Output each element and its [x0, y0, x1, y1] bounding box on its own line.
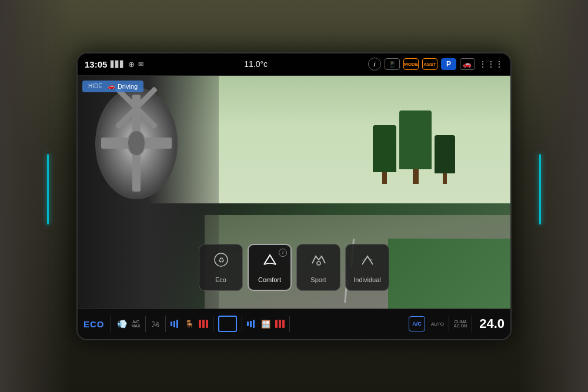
airflow-icon[interactable]: 🌬 [151, 320, 161, 329]
defrost-button[interactable] [218, 316, 237, 332]
eco-display-label: ECO [83, 319, 105, 329]
divider-5 [242, 316, 242, 332]
individual-mode-button[interactable]: Individual [345, 244, 389, 291]
divider-3 [165, 316, 166, 332]
comfort-label: Comfort [258, 276, 281, 283]
grid-icon[interactable]: ⋮⋮⋮ [479, 59, 503, 69]
sport-label: Sport [310, 276, 326, 283]
hide-label: HIDE [88, 83, 102, 89]
wheel [95, 88, 178, 199]
main-content: HIDE 🚗 Driving ♻ Eco i [78, 76, 510, 309]
ac-on-label: AC ON [454, 324, 467, 328]
teal-accent-left [47, 154, 49, 225]
car-interior: 13:05 ▋▋▋ ⊕ ✉ 11.0°c i 📱 MODE ASST P 🚗 ⋮… [0, 0, 588, 392]
fan-speed-bars [171, 320, 178, 328]
heat-indicator [199, 320, 208, 328]
ac-button-label: A/C [412, 321, 422, 327]
dash-left [0, 0, 71, 392]
teal-accent-right [539, 154, 541, 225]
divider-2 [145, 316, 146, 332]
divider-7 [449, 316, 449, 332]
climate-bar: ECO 💨 A/C MAX 🌬 🪑 [78, 309, 510, 339]
status-left: 13:05 ▋▋▋ ⊕ ✉ [85, 59, 143, 69]
divider-1 [111, 316, 111, 332]
individual-label: Individual [353, 276, 380, 283]
assist-icon[interactable]: ASST [422, 58, 437, 70]
drive-modes: ♻ Eco i Comfort [199, 244, 389, 291]
airflow-target-bars [247, 320, 255, 328]
status-center: 11.0°c [244, 59, 268, 69]
status-bar: 13:05 ▋▋▋ ⊕ ✉ 11.0°c i 📱 MODE ASST P 🚗 ⋮… [78, 53, 510, 76]
green-verge [388, 239, 510, 309]
temperature-display: 11.0°c [244, 59, 268, 69]
auto-display: AUTO [431, 321, 444, 327]
sport-icon [310, 252, 327, 272]
comfort-icon [262, 252, 278, 272]
media-icon[interactable]: 📱 [385, 58, 400, 70]
eco-mode-button[interactable]: ♻ Eco [199, 244, 243, 291]
fan-icon[interactable]: 💨 [116, 319, 128, 329]
dash-right [517, 0, 588, 392]
driving-label[interactable]: HIDE 🚗 Driving [82, 81, 143, 92]
mode-icon[interactable]: MODE [403, 58, 419, 70]
ac-button[interactable]: A/C [409, 316, 425, 331]
message-icon: ✉ [138, 61, 143, 68]
eco-label: Eco [215, 276, 226, 283]
wifi-icon: ⊕ [128, 60, 135, 69]
time-display: 13:05 [85, 59, 107, 69]
individual-icon [359, 252, 376, 272]
rear-heat-icon[interactable]: 🪟 [260, 320, 272, 329]
ac-max-label2: MAX [132, 324, 141, 328]
parking-icon[interactable]: P [441, 58, 456, 70]
info-button[interactable]: i [368, 58, 381, 71]
sport-mode-button[interactable]: Sport [296, 244, 340, 291]
eco-icon: ♻ [213, 252, 229, 272]
clima-label: CLIMA [454, 320, 466, 324]
comfort-mode-button[interactable]: i Comfort [248, 244, 292, 291]
comfort-info-dot: i [279, 249, 287, 257]
svg-text:♻: ♻ [218, 256, 224, 264]
car-icon[interactable]: 🚗 [460, 58, 475, 70]
seat-heat-icon[interactable]: 🪑 [183, 320, 195, 329]
divider-6 [289, 316, 290, 332]
divider-8 [472, 316, 472, 332]
ac-max-label: A/C [132, 320, 139, 324]
climate-temp-display: 24.0 [479, 316, 505, 331]
status-right: i 📱 MODE ASST P 🚗 ⋮⋮⋮ [368, 58, 503, 71]
divider-4 [213, 316, 213, 332]
clima-label-block: CLIMA AC ON [454, 320, 467, 328]
trees [373, 110, 455, 184]
driving-text: Driving [118, 83, 138, 90]
heat-indicator-right [275, 320, 285, 328]
svg-point-2 [317, 262, 320, 265]
main-screen: 13:05 ▋▋▋ ⊕ ✉ 11.0°c i 📱 MODE ASST P 🚗 ⋮… [76, 52, 512, 340]
car-side-overlay [78, 76, 219, 309]
signal-icon: ▋▋▋ [111, 61, 125, 68]
